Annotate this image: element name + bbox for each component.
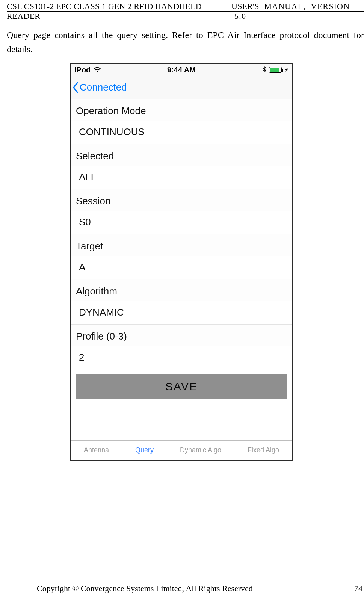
body-paragraph: Query page contains all the query settin… [7, 28, 364, 56]
blank-space [71, 407, 292, 414]
operation-mode-label: Operation Mode [71, 99, 292, 121]
session-value[interactable]: S0 [71, 211, 292, 234]
target-value[interactable]: A [71, 256, 292, 279]
profile-label: Profile (0-3) [71, 325, 292, 346]
back-label: Connected [80, 82, 127, 93]
tab-query[interactable]: Query [133, 441, 156, 459]
selected-value[interactable]: ALL [71, 166, 292, 189]
selected-label: Selected [71, 144, 292, 166]
session-label: Session [71, 189, 292, 211]
query-form: Operation Mode CONTINUOUS Selected ALL S… [71, 99, 292, 414]
back-button[interactable]: Connected [72, 82, 127, 93]
nav-header: Connected [71, 76, 292, 99]
target-label: Target [71, 234, 292, 256]
footer-page-number: 74 [354, 584, 364, 593]
bottom-tab-bar: Antenna Query Dynamic Algo Fixed Algo [71, 440, 292, 460]
tab-antenna[interactable]: Antenna [82, 441, 111, 459]
footer-rule [7, 581, 364, 581]
status-time: 9:44 AM [71, 66, 292, 74]
tab-dynamic-algo[interactable]: Dynamic Algo [178, 441, 224, 459]
page-footer: Copyright © Convergence Systems Limited,… [7, 584, 364, 593]
screenshot-frame: iPod 9:44 AM ⚡︎ Connected [70, 63, 293, 461]
ios-status-bar: iPod 9:44 AM ⚡︎ [71, 64, 292, 76]
tab-fixed-algo[interactable]: Fixed Algo [245, 441, 281, 459]
save-button[interactable]: SAVE [76, 374, 287, 399]
algorithm-value[interactable]: DYNAMIC [71, 301, 292, 324]
chevron-left-icon [72, 82, 79, 93]
algorithm-label: Algorithm [71, 279, 292, 301]
operation-mode-value[interactable]: CONTINUOUS [71, 121, 292, 144]
battery-icon [269, 67, 282, 73]
footer-copyright: Copyright © Convergence Systems Limited,… [7, 584, 253, 593]
header-rule [7, 11, 364, 12]
profile-value[interactable]: 2 [71, 346, 292, 369]
